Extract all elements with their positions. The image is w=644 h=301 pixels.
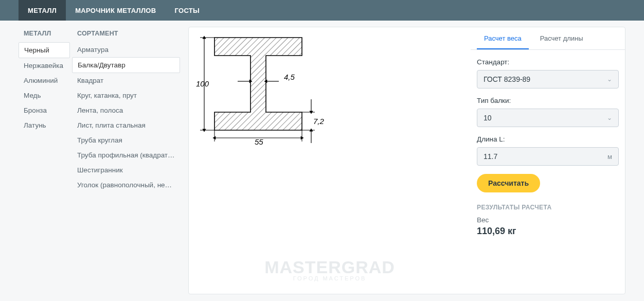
dim-width: 55 (255, 137, 263, 146)
metal-item-copper[interactable]: Медь (19, 88, 70, 103)
metal-header: МЕТАЛЛ (19, 27, 70, 42)
length-value: 11.7 (484, 152, 497, 161)
tab-length[interactable]: Расчет длины (533, 27, 591, 49)
dim-height: 100 (196, 79, 209, 88)
calculate-button[interactable]: Рассчитать (477, 174, 540, 192)
weight-label: Вес (477, 216, 619, 224)
sort-item-square[interactable]: Квадрат (72, 73, 180, 88)
standard-select[interactable]: ГОСТ 8239-89 ⌄ (477, 70, 619, 88)
metal-item-stainless[interactable]: Нержавейка (19, 58, 70, 73)
sort-item-hex[interactable]: Шестигранник (72, 163, 180, 178)
results-header: РЕЗУЛЬТАТЫ РАСЧЕТА (477, 204, 619, 211)
sort-item-tube-profile[interactable]: Труба профильная (квадратная /… (72, 148, 180, 163)
metal-item-black[interactable]: Черный (19, 42, 70, 58)
nav-gosts[interactable]: ГОСТЫ (165, 0, 209, 21)
chevron-down-icon: ⌄ (607, 114, 612, 121)
tab-weight[interactable]: Расчет веса (477, 27, 529, 49)
metal-item-bronze[interactable]: Бронза (19, 103, 70, 118)
form-body: Стандарт: ГОСТ 8239-89 ⌄ Тип балки: 10 ⌄… (471, 50, 625, 237)
main-area: МЕТАЛЛ Черный Нержавейка Алюминий Медь Б… (0, 21, 644, 294)
ibeam-diagram: 100 55 4,5 7,2 (194, 32, 328, 146)
standard-value: ГОСТ 8239-89 (484, 75, 530, 83)
watermark-title: MASTERGRAD (264, 257, 395, 277)
beam-type-value: 10 (484, 114, 492, 122)
sort-header: СОРТАМЕНТ (72, 27, 180, 42)
diagram-area: 100 55 4,5 7,2 MASTERGRAD ГОРОД МАСТЕ (189, 27, 471, 294)
length-input[interactable]: 11.7 м (477, 147, 619, 166)
weight-value: 110,69 кг (477, 226, 619, 237)
metal-item-aluminum[interactable]: Алюминий (19, 73, 70, 88)
length-label: Длина L: (477, 135, 619, 143)
sort-item-ibeam[interactable]: Балка/Двутавр (72, 57, 180, 73)
metal-item-brass[interactable]: Латунь (19, 118, 70, 133)
nav-grades[interactable]: МАРОЧНИК МЕТАЛЛОВ (66, 0, 165, 21)
form-side: Расчет веса Расчет длины Стандарт: ГОСТ … (471, 27, 625, 294)
dim-web: 4,5 (284, 73, 295, 81)
dim-flange: 7,2 (313, 117, 325, 126)
nav-metal[interactable]: МЕТАЛЛ (19, 0, 66, 21)
length-unit: м (607, 153, 612, 161)
sort-item-tube-round[interactable]: Труба круглая (72, 133, 180, 148)
watermark: MASTERGRAD ГОРОД МАСТЕРОВ (264, 257, 395, 281)
beam-type-select[interactable]: 10 ⌄ (477, 109, 619, 127)
calc-tabs: Расчет веса Расчет длины (471, 27, 625, 50)
sort-item-rebar[interactable]: Арматура (72, 42, 180, 57)
metal-column: МЕТАЛЛ Черный Нержавейка Алюминий Медь Б… (19, 27, 70, 294)
sort-item-angle[interactable]: Уголок (равнополочный, неравн… (72, 178, 180, 192)
sort-item-round[interactable]: Круг, катанка, прут (72, 88, 180, 103)
sort-item-sheet[interactable]: Лист, плита стальная (72, 118, 180, 133)
beam-type-label: Тип балки: (477, 97, 619, 104)
top-nav: МЕТАЛЛ МАРОЧНИК МЕТАЛЛОВ ГОСТЫ (0, 0, 644, 21)
chevron-down-icon: ⌄ (607, 76, 612, 83)
watermark-subtitle: ГОРОД МАСТЕРОВ (264, 275, 395, 281)
sort-column: СОРТАМЕНТ Арматура Балка/Двутавр Квадрат… (72, 27, 180, 294)
sort-item-strip[interactable]: Лента, полоса (72, 103, 180, 118)
content-panel: 100 55 4,5 7,2 MASTERGRAD ГОРОД МАСТЕ (188, 27, 625, 294)
standard-label: Стандарт: (477, 58, 619, 66)
